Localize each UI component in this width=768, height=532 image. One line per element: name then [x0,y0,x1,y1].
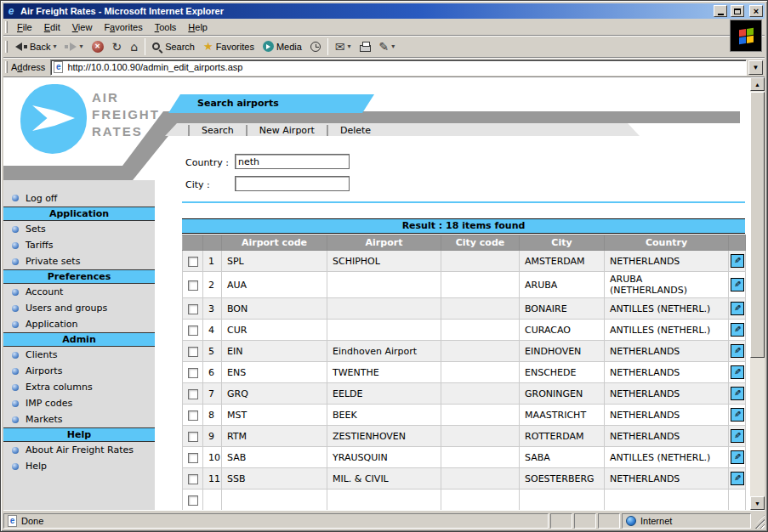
mail-button[interactable]: ✉ ▾ [331,37,356,56]
city-label: City : [185,179,210,190]
refresh-button[interactable]: ↻ [108,37,127,56]
forward-button[interactable]: ▾ [60,37,87,56]
address-dropdown-button[interactable]: ▼ [748,60,763,75]
edit-row-button[interactable]: ✎ [731,302,744,315]
bullet-icon [12,400,19,407]
cell-city-code [441,447,520,468]
row-checkbox[interactable] [188,304,198,314]
edit-dropdown-icon[interactable]: ▾ [391,43,395,50]
stop-icon: ✕ [92,41,104,53]
sidebar-item-tariffs[interactable]: Tariffs [3,237,155,253]
edit-row-button[interactable]: ✎ [731,429,744,443]
row-checkbox[interactable] [188,474,198,484]
back-dropdown-icon[interactable]: ▾ [53,43,56,50]
scroll-down-button[interactable]: ▼ [750,496,765,510]
action-delete[interactable]: Delete [329,125,382,136]
print-button[interactable] [356,37,375,56]
cell-city-code [441,341,520,362]
scroll-up-button[interactable]: ▲ [750,77,765,91]
row-checkbox[interactable] [188,389,198,399]
sidebar-item-label: Markets [26,414,63,425]
status-bar: e Done Internet [3,510,765,529]
city-field[interactable] [235,176,350,191]
pen-icon: ✎ [734,453,741,461]
cell-city: SABA [520,447,605,468]
row-checkbox[interactable] [188,410,198,421]
edit-row-button[interactable]: ✎ [731,450,744,464]
home-button[interactable]: ⌂ [126,37,142,56]
table-header-row: Airport code Airport City code City Coun… [183,235,746,251]
sidebar-item-private-sets[interactable]: Private sets [3,253,155,269]
sidebar-item-users-and-groups[interactable]: Users and groups [3,300,155,316]
sidebar-item-application[interactable]: Application [3,316,155,332]
stop-button[interactable]: ✕ [88,37,108,56]
sidebar-item-imp-codes[interactable]: IMP codes [3,395,155,411]
row-checkbox[interactable] [188,325,198,336]
resize-grip[interactable] [753,515,765,529]
favorites-button[interactable]: ★ Favorites [199,37,259,56]
table-row: 4CURCURACAOANTILLES (NETHERL.)✎ [183,320,746,341]
sidebar-item-sets[interactable]: Sets [3,221,155,237]
sidebar-item-log-off[interactable]: Log off [3,190,155,207]
back-button[interactable]: Back ▾ [11,37,60,56]
edit-row-button[interactable]: ✎ [731,344,744,358]
edit-row-button[interactable]: ✎ [731,408,744,422]
favorites-star-icon: ★ [203,41,213,52]
menu-file[interactable]: File [11,20,38,34]
row-checkbox[interactable] [188,280,198,291]
row-checkbox[interactable] [188,347,198,357]
close-button[interactable]: × [749,5,763,17]
edit-row-button[interactable]: ✎ [731,278,744,291]
minimize-button[interactable] [714,5,727,17]
sidebar-item-label: Account [26,286,63,297]
country-field[interactable] [235,154,350,169]
edit-row-button[interactable]: ✎ [731,472,744,485]
vertical-scrollbar[interactable]: ▲ ▼ [750,77,765,510]
media-button[interactable]: Media [259,37,306,56]
action-new-airport[interactable]: New Airport [248,125,326,136]
sidebar-item-airports[interactable]: Airports [3,363,155,379]
address-input[interactable]: e http://10.0.100.90/admin_edit_airports… [50,59,747,76]
web-page: AIR FREIGHT RATES Log off ApplicationSet… [3,77,750,510]
row-checkbox[interactable] [188,432,198,442]
sidebar-item-extra-columns[interactable]: Extra columns [3,379,155,395]
address-url[interactable]: http://10.0.100.90/admin_edit_airports.a… [67,62,744,72]
edit-page-button[interactable]: ✎ ▾ [375,37,400,56]
mail-dropdown-icon[interactable]: ▾ [348,43,351,50]
menu-view[interactable]: View [66,20,99,34]
menu-help[interactable]: Help [182,20,213,34]
forward-dropdown-icon[interactable]: ▾ [79,43,82,50]
cell-city: GRONINGEN [520,383,605,405]
row-number: 5 [203,341,222,362]
edit-row-button[interactable]: ✎ [731,365,744,379]
row-checkbox[interactable] [188,453,198,463]
row-checkbox[interactable] [188,495,198,506]
search-button[interactable]: Search [148,37,199,56]
row-checkbox[interactable] [188,368,198,378]
table-row: 11SSBMIL. & CIVILSOESTERBERGNETHERLANDS✎ [183,468,746,490]
scrollbar-thumb[interactable] [750,92,765,358]
sidebar-item-markets[interactable]: Markets [3,411,155,427]
action-search[interactable]: Search [191,125,245,136]
menu-tools[interactable]: Tools [149,20,183,34]
toolbar-grip[interactable] [5,61,8,73]
toolbar-grip[interactable] [5,41,8,53]
maximize-button[interactable] [731,5,744,17]
menu-favorites[interactable]: Favorites [98,20,148,34]
cell-city: SOESTERBERG [520,468,605,490]
row-checkbox[interactable] [188,257,198,267]
window-title: Air Freight Rates - Microsoft Internet E… [20,6,710,16]
edit-row-button[interactable]: ✎ [731,387,744,400]
sidebar-item-clients[interactable]: Clients [3,347,155,363]
sidebar-item-account[interactable]: Account [3,284,155,300]
edit-row-button[interactable]: ✎ [731,254,744,268]
sidebar-item-about-air-freight-rates[interactable]: About Air Freight Rates [3,442,155,458]
edit-row-button[interactable]: ✎ [731,323,744,337]
history-button[interactable] [306,37,325,56]
cell-country [605,490,729,511]
menu-edit[interactable]: Edit [38,20,66,34]
sidebar-item-help[interactable]: Help [3,458,155,474]
cell-city-code [441,272,520,298]
cell-airport: Eindhoven Airport [327,341,441,362]
toolbar-grip[interactable] [5,21,8,33]
